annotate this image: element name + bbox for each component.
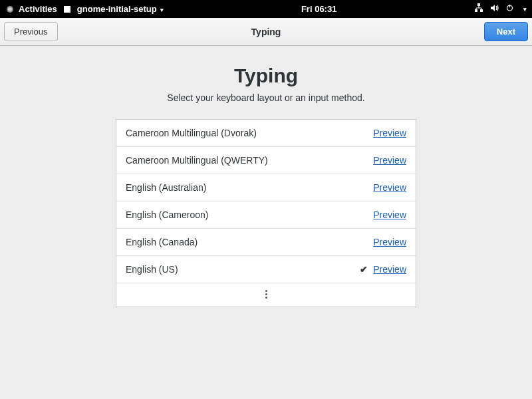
next-button[interactable]: Next (484, 22, 528, 41)
preview-link[interactable]: Preview (373, 264, 406, 275)
svg-rect-3 (475, 9, 477, 12)
activities-button[interactable]: Activities (19, 4, 57, 14)
network-icon[interactable] (474, 3, 483, 15)
top-panel-right: ▾ (474, 3, 527, 15)
layout-row[interactable]: English (Australian) Preview (116, 174, 416, 201)
app-menu[interactable]: gnome-initial-setup ▾ (77, 4, 164, 14)
layout-row[interactable]: English (Cameroon) Preview (116, 201, 416, 229)
top-panel-left: Activities gnome-initial-setup ▾ (5, 4, 164, 14)
headerbar-title: Typing (0, 27, 532, 37)
activities-icon (5, 5, 15, 14)
layout-row[interactable]: English (Canada) Preview (116, 229, 416, 256)
header-bar: Previous Typing Next (0, 18, 532, 46)
keyboard-layout-list: Cameroon Multilingual (Dvorak) Preview C… (116, 119, 416, 307)
layout-label: English (US) (126, 264, 354, 275)
preview-link[interactable]: Preview (373, 237, 406, 247)
layout-label: English (Canada) (126, 237, 354, 247)
show-more-button[interactable] (116, 283, 416, 307)
layout-label: Cameroon Multilingual (Dvorak) (126, 128, 354, 138)
svg-rect-2 (477, 3, 480, 6)
svg-rect-4 (480, 9, 483, 12)
volume-icon[interactable] (490, 3, 499, 15)
layout-label: English (Cameroon) (126, 209, 354, 220)
svg-point-1 (8, 7, 12, 11)
layout-row[interactable]: English (US) ✔ Preview (116, 256, 416, 283)
content-area: Typing Select your keyboard layout or an… (0, 46, 532, 307)
layout-row[interactable]: Cameroon Multilingual (Dvorak) Preview (116, 120, 416, 147)
more-icon (265, 290, 267, 299)
app-indicator-icon (64, 6, 70, 13)
preview-link[interactable]: Preview (373, 209, 406, 220)
preview-link[interactable]: Preview (373, 182, 406, 193)
clock[interactable]: Fri 06:31 (164, 4, 474, 14)
svg-marker-5 (491, 5, 495, 11)
power-icon[interactable] (506, 3, 515, 15)
page-heading: Typing (234, 65, 298, 87)
preview-link[interactable]: Preview (373, 128, 406, 138)
layout-label: Cameroon Multilingual (QWERTY) (126, 155, 354, 166)
checkmark-icon: ✔ (354, 264, 373, 275)
layout-row[interactable]: Cameroon Multilingual (QWERTY) Preview (116, 147, 416, 174)
page-subtitle: Select your keyboard layout or an input … (167, 92, 364, 103)
app-menu-label: gnome-initial-setup (77, 4, 157, 14)
chevron-down-icon: ▾ (523, 6, 527, 13)
layout-label: English (Australian) (126, 182, 354, 193)
top-panel: Activities gnome-initial-setup ▾ Fri 06:… (0, 0, 532, 18)
preview-link[interactable]: Preview (373, 155, 406, 166)
previous-button[interactable]: Previous (4, 22, 58, 41)
